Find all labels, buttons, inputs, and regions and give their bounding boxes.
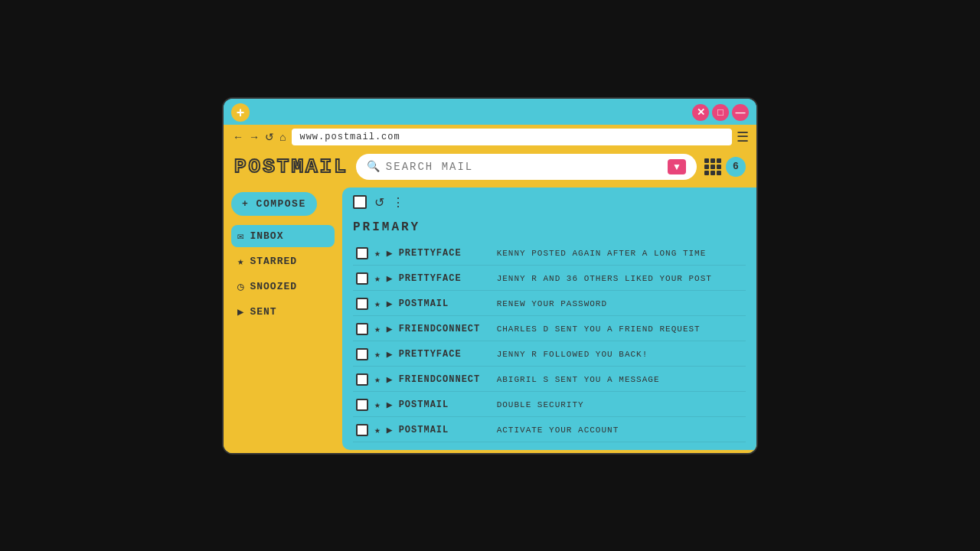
email-subject: JENNY R AND 36 OTHERS LIKED YOUR POST xyxy=(497,274,743,283)
forward-button[interactable]: → xyxy=(247,131,261,143)
maximize-button[interactable]: □ xyxy=(712,104,729,121)
hamburger-menu-button[interactable]: ☰ xyxy=(737,129,749,145)
email-subject: DOUBLE SECURITY xyxy=(497,400,743,409)
browser-window: + ✕ □ — ← → ↺ ⌂ ☰ POSTMAIL 🔍 ▼ xyxy=(222,97,758,455)
star-icon[interactable]: ★ xyxy=(374,373,381,386)
star-icon[interactable]: ★ xyxy=(374,272,381,285)
app-area: POSTMAIL 🔍 ▼ 6 xyxy=(224,149,756,453)
email-sender: POSTMAIL xyxy=(399,298,491,309)
home-button[interactable]: ⌂ xyxy=(278,131,287,143)
email-sender: FRIENDCONNECT xyxy=(399,374,491,385)
sidebar-item-snoozed[interactable]: ◷ SNOOZED xyxy=(231,276,335,298)
email-checkbox[interactable] xyxy=(356,373,368,386)
email-sender: POSTMAIL xyxy=(399,399,491,410)
star-icon[interactable]: ★ xyxy=(374,323,381,335)
chrome-left: + xyxy=(231,103,250,122)
refresh-button[interactable]: ↺ xyxy=(263,131,276,143)
email-subject: RENEW YOUR PASSWORD xyxy=(497,299,743,308)
email-row[interactable]: ★ ▶ FRIENDCONNECT CHARLES D SENT YOU A F… xyxy=(353,318,746,341)
email-row[interactable]: ★ ▶ POSTMAIL DOUBLE SECURITY xyxy=(353,393,746,417)
forward-icon: ▶ xyxy=(387,272,393,285)
sidebar-item-label: SENT xyxy=(250,306,276,318)
content-area: ↺ ⋮ PRIMARY ★ ▶ PRETTYFACE KENNY POSTED … xyxy=(342,187,756,450)
email-checkbox[interactable] xyxy=(356,348,368,360)
url-bar[interactable] xyxy=(292,129,732,145)
email-checkbox[interactable] xyxy=(356,323,368,335)
grid-dot xyxy=(717,165,721,169)
minimize-button[interactable]: — xyxy=(732,104,749,121)
email-row[interactable]: ★ ▶ FRIENDCONNECT ABIGRIL S SENT YOU A M… xyxy=(353,368,746,392)
email-subject: KENNY POSTED AGAIN AFTER A LONG TIME xyxy=(497,249,743,258)
close-button[interactable]: ✕ xyxy=(692,104,709,121)
email-sender: FRIENDCONNECT xyxy=(399,324,491,334)
email-checkbox[interactable] xyxy=(356,424,368,436)
notification-badge[interactable]: 6 xyxy=(726,157,746,177)
search-icon: 🔍 xyxy=(367,160,380,173)
window-controls: ✕ □ — xyxy=(692,104,749,121)
compose-button[interactable]: + COMPOSE xyxy=(231,192,317,216)
grid-dot xyxy=(717,158,721,163)
search-bar: 🔍 ▼ xyxy=(356,154,697,180)
email-row[interactable]: ★ ▶ POSTMAIL RENEW YOUR PASSWORD xyxy=(353,292,746,316)
app-header-icons: 6 xyxy=(704,157,746,177)
sidebar-items: ✉ INBOX ★ STARRED ◷ SNOOZED ▶ SENT xyxy=(231,225,335,323)
inbox-icon: ✉ xyxy=(237,230,244,243)
nav-buttons: ← → ↺ ⌂ xyxy=(231,131,287,143)
email-sender: POSTMAIL xyxy=(399,425,491,435)
tab-label: PRIMARY xyxy=(353,217,746,237)
star-icon: ★ xyxy=(237,255,244,268)
star-icon[interactable]: ★ xyxy=(374,399,381,411)
grid-dot xyxy=(704,171,709,175)
email-sender: PRETTYFACE xyxy=(399,248,491,259)
email-sender: PRETTYFACE xyxy=(399,349,491,360)
email-subject: ABIGRIL S SENT YOU A MESSAGE xyxy=(497,375,743,384)
email-checkbox[interactable] xyxy=(356,298,368,310)
browser-chrome: + ✕ □ — xyxy=(224,99,756,125)
email-row[interactable]: ★ ▶ PRETTYFACE KENNY POSTED AGAIN AFTER … xyxy=(353,242,746,266)
star-icon[interactable]: ★ xyxy=(374,298,381,310)
app-logo: POSTMAIL xyxy=(234,155,348,178)
toolbar-more-button[interactable]: ⋮ xyxy=(392,195,404,210)
grid-dot xyxy=(710,158,715,163)
sidebar-item-starred[interactable]: ★ STARRED xyxy=(231,250,335,272)
sidebar-item-sent[interactable]: ▶ SENT xyxy=(231,301,335,323)
email-row[interactable]: ★ ▶ PRETTYFACE JENNY R AND 36 OTHERS LIK… xyxy=(353,267,746,291)
grid-dot xyxy=(710,171,715,175)
forward-icon: ▶ xyxy=(387,298,393,310)
grid-dot xyxy=(717,171,721,175)
email-row[interactable]: ★ ▶ PRETTYFACE JENNY R FOLLOWED YOU BACK… xyxy=(353,343,746,367)
forward-icon: ▶ xyxy=(387,424,393,436)
grid-dot xyxy=(710,165,715,169)
forward-icon: ▶ xyxy=(387,247,393,259)
email-checkbox[interactable] xyxy=(356,399,368,411)
search-dropdown-button[interactable]: ▼ xyxy=(668,159,686,174)
email-sender: PRETTYFACE xyxy=(399,273,491,284)
sidebar-item-label: SNOOZED xyxy=(250,281,297,292)
sidebar-item-inbox[interactable]: ✉ INBOX xyxy=(231,225,335,247)
forward-icon: ▶ xyxy=(387,348,393,360)
toolbar-refresh-button[interactable]: ↺ xyxy=(374,195,384,210)
grid-apps-button[interactable] xyxy=(704,158,721,175)
star-icon[interactable]: ★ xyxy=(374,247,381,259)
search-input[interactable] xyxy=(386,161,662,173)
email-checkbox[interactable] xyxy=(356,247,368,259)
snoozed-icon: ◷ xyxy=(237,280,244,293)
sent-icon: ▶ xyxy=(237,305,244,318)
main-layout: + COMPOSE ✉ INBOX ★ STARRED ◷ SNOOZED xyxy=(224,184,756,453)
forward-icon: ▶ xyxy=(387,373,393,386)
grid-dot xyxy=(704,158,709,163)
grid-dot xyxy=(704,165,709,169)
email-subject: JENNY R FOLLOWED YOU BACK! xyxy=(497,350,743,359)
new-tab-button[interactable]: + xyxy=(231,103,250,122)
star-icon[interactable]: ★ xyxy=(374,348,381,360)
back-button[interactable]: ← xyxy=(231,131,245,143)
email-list: ★ ▶ PRETTYFACE KENNY POSTED AGAIN AFTER … xyxy=(353,242,746,442)
sidebar-item-label: INBOX xyxy=(250,230,283,242)
nav-bar: ← → ↺ ⌂ ☰ xyxy=(224,125,756,149)
email-row[interactable]: ★ ▶ POSTMAIL ACTIVATE YOUR ACCOUNT xyxy=(353,419,746,442)
sidebar-item-label: STARRED xyxy=(250,256,297,267)
email-subject: CHARLES D SENT YOU A FRIEND REQUEST xyxy=(497,324,743,334)
email-checkbox[interactable] xyxy=(356,272,368,285)
select-all-checkbox[interactable] xyxy=(353,195,367,209)
star-icon[interactable]: ★ xyxy=(374,424,381,436)
